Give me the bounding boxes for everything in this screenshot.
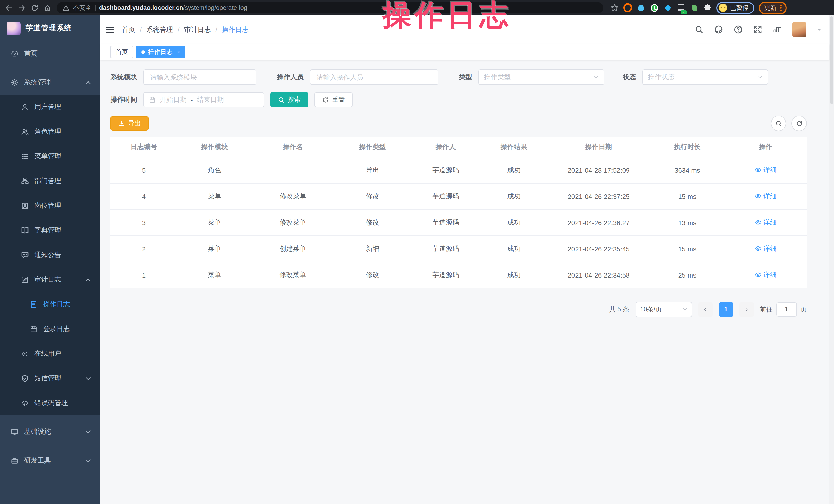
table-row: 3 菜单 修改菜单 修改 芋道源码 成功 2021-04-26 22:36:27… <box>110 210 807 236</box>
fullscreen-icon[interactable] <box>753 25 762 34</box>
sidebar-menu: 首页 系统管理 用户管理 角色管理 菜单管理 <box>0 41 100 473</box>
edit-icon <box>21 276 29 284</box>
eye-icon <box>754 245 761 252</box>
reset-button[interactable]: 重置 <box>314 92 352 107</box>
operator-label: 操作人员 <box>277 72 304 82</box>
detail-link[interactable]: 详细 <box>754 244 777 254</box>
sidebar-item-errcode-mgmt[interactable]: 错误码管理 <box>0 391 100 415</box>
table-row: 4 菜单 修改菜单 修改 芋道源码 成功 2021-04-26 22:37:25… <box>110 183 807 210</box>
breadcrumb-audit[interactable]: 审计日志 <box>184 25 211 34</box>
detail-link[interactable]: 详细 <box>754 270 777 280</box>
app-title: 芋道管理系统 <box>26 24 72 33</box>
sidebar-item-home[interactable]: 首页 <box>0 41 100 66</box>
page-size-select[interactable]: 10条/页 <box>635 302 692 317</box>
date-range-picker[interactable]: 开始日期 - 结束日期 <box>144 92 264 107</box>
export-button[interactable]: 导出 <box>110 116 149 131</box>
tab-operate-log[interactable]: 操作日志 × <box>136 46 185 58</box>
gear-icon <box>11 79 19 86</box>
sidebar-item-dict-mgmt[interactable]: 字典管理 <box>0 218 100 243</box>
search-icon[interactable] <box>695 25 703 34</box>
drop-extension-icon[interactable] <box>637 3 645 12</box>
app-logo-row[interactable]: 芋道管理系统 <box>0 16 100 41</box>
pagination: 共 5 条 10条/页 1 前往 页 <box>110 302 807 317</box>
github-icon[interactable] <box>714 25 723 34</box>
sidebar-item-role-mgmt[interactable]: 角色管理 <box>0 119 100 144</box>
type-select[interactable]: 操作类型 <box>478 69 604 85</box>
list-on-extension-icon[interactable]: on <box>677 3 685 12</box>
browser-home-icon[interactable] <box>44 4 51 12</box>
module-input[interactable] <box>144 69 257 85</box>
avatar[interactable] <box>792 22 806 37</box>
goto-page-input[interactable] <box>776 302 797 316</box>
breadcrumb-system[interactable]: 系统管理 <box>146 25 173 34</box>
security-label: 不安全 <box>73 3 91 12</box>
search-icon <box>775 120 782 127</box>
update-button[interactable]: 更新 <box>759 1 787 14</box>
sidebar-item-dev-tools[interactable]: 研发工具 <box>0 448 100 473</box>
detail-link[interactable]: 详细 <box>754 218 777 227</box>
ring-extension-icon[interactable] <box>623 3 632 12</box>
page-content: 系统模块 操作人员 类型 操作类型 状态 操作状态 操作时间 <box>100 60 829 317</box>
detail-link[interactable]: 详细 <box>754 166 777 175</box>
org-tree-icon <box>21 177 29 185</box>
table-header-row: 日志编号 操作模块 操作名 操作类型 操作人 操作结果 操作日期 执行时长 操作 <box>110 137 807 157</box>
sidebar-item-infrastructure[interactable]: 基础设施 <box>0 419 100 444</box>
font-size-icon[interactable] <box>773 25 782 34</box>
scrollbar-thumb[interactable] <box>830 17 833 104</box>
chevron-left-icon <box>702 307 708 312</box>
address-bar[interactable]: 不安全 dashboard.yudao.iocoder.cn/system/lo… <box>57 2 603 13</box>
table-toolbar: 导出 <box>110 116 807 131</box>
detail-link[interactable]: 详细 <box>754 192 777 201</box>
sidebar-item-audit-log[interactable]: 审计日志 <box>0 267 100 292</box>
sidebar-item-login-log[interactable]: 登录日志 <box>0 316 100 341</box>
code-icon <box>21 399 29 407</box>
profile-paused-badge[interactable]: 已暂停 <box>716 2 754 14</box>
browser-menu-icon[interactable] <box>780 4 782 11</box>
sidebar-item-operate-log[interactable]: 操作日志 <box>0 292 100 316</box>
sidebar-item-sms-mgmt[interactable]: 短信管理 <box>0 366 100 391</box>
reload-icon[interactable] <box>31 4 39 12</box>
close-icon[interactable]: × <box>177 49 180 55</box>
chevron-right-icon <box>744 307 749 312</box>
breadcrumb-home[interactable]: 首页 <box>122 25 135 34</box>
search-button[interactable]: 搜索 <box>270 92 308 107</box>
next-page-button[interactable] <box>739 302 753 316</box>
green-circle-extension-icon[interactable] <box>650 3 659 12</box>
caret-down-icon[interactable] <box>817 28 821 32</box>
toolbox-icon <box>11 457 19 464</box>
bookmark-star-icon[interactable] <box>611 4 619 12</box>
window-scrollbar[interactable] <box>829 16 834 504</box>
users-icon <box>21 128 29 135</box>
sidebar-item-notice[interactable]: 通知公告 <box>0 243 100 267</box>
status-select[interactable]: 操作状态 <box>642 69 768 85</box>
sidebar-item-system[interactable]: 系统管理 <box>0 70 100 94</box>
sidebar-item-post-mgmt[interactable]: 岗位管理 <box>0 193 100 218</box>
back-icon[interactable] <box>5 4 13 12</box>
help-icon[interactable] <box>734 25 743 34</box>
eye-icon <box>754 193 761 200</box>
sidebar-item-online-users[interactable]: 在线用户 <box>0 341 100 366</box>
profile-emoji-icon <box>719 4 727 12</box>
current-page[interactable]: 1 <box>719 302 733 316</box>
table-row: 2 菜单 创建菜单 新增 芋道源码 成功 2021-04-26 22:35:45… <box>110 236 807 262</box>
goto-label: 前往 <box>760 305 773 314</box>
status-label: 状态 <box>623 72 636 82</box>
tab-home[interactable]: 首页 <box>110 46 133 58</box>
show-search-button[interactable] <box>771 116 786 131</box>
forward-icon[interactable] <box>18 4 26 12</box>
operate-log-table: 日志编号 操作模块 操作名 操作类型 操作人 操作结果 操作日期 执行时长 操作… <box>110 137 807 288</box>
sidebar-item-user-mgmt[interactable]: 用户管理 <box>0 94 100 119</box>
sidebar: 芋道管理系统 首页 系统管理 用户管理 角色管理 <box>0 16 100 504</box>
diamond-extension-icon[interactable] <box>663 3 672 12</box>
refresh-table-button[interactable] <box>791 116 807 131</box>
extensions-puzzle-icon[interactable] <box>703 4 712 12</box>
sidebar-item-menu-mgmt[interactable]: 菜单管理 <box>0 144 100 169</box>
prev-page-button[interactable] <box>698 302 712 316</box>
sidebar-item-dept-mgmt[interactable]: 部门管理 <box>0 169 100 193</box>
collapse-sidebar-icon[interactable] <box>105 25 115 34</box>
breadcrumb-current: 操作日志 <box>222 25 249 34</box>
url-divider <box>95 5 95 11</box>
leaf-extension-icon[interactable] <box>690 3 699 12</box>
refresh-icon <box>796 120 803 127</box>
operator-input[interactable] <box>310 69 438 85</box>
